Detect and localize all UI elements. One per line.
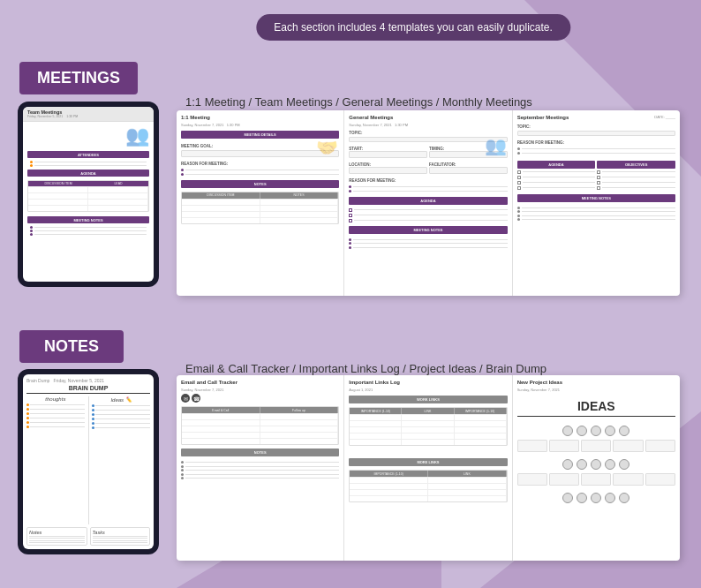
notes-bar: NOTES [181,180,339,188]
phone-icon: ☎ [192,394,200,403]
idea-circle [605,426,615,436]
notes-documents: Email and Call Tracker Sunday, November … [177,375,680,561]
idea-circle [605,493,615,503]
work-links-bar: WORK LINKS [349,396,507,403]
agenda-col-discussion: DISCUSSION ITEM [28,181,88,186]
doc-page-11-meeting: 1:1 Meeting Sunday, November 7, 2021 1:3… [177,110,344,296]
general-meeting-icon: 👥 [485,135,507,156]
ideas-big-title: IDEAS [517,399,675,417]
notes-bottom-title: Notes [29,530,85,535]
idea-circle [591,493,601,503]
doc-page-email-tracker: Email and Call Tracker Sunday, November … [177,375,344,561]
monthly-meeting-notes-bar: MEETING NOTES [517,194,675,202]
brain-sections: thoughts Ideas ✏️ [26,396,150,524]
idea-circle [577,459,587,470]
team-icon: 👥 [125,124,149,147]
general-meeting-notes-bar: MEETING NOTES [349,226,507,234]
info-pill-text: Each section includes 4 templates you ca… [274,21,553,34]
brain-dump-title: BRAIN DUMP [26,385,150,394]
meetings-subtitle: 1:1 Meeting / Team Meetings / General Me… [185,95,532,109]
doc-11-title: 1:1 Meeting [181,115,339,120]
tablet-time: 1:30 PM [66,115,78,118]
general-agenda-bar: AGENDA [349,197,507,205]
doc-links-date: August 1, 2021 [349,388,507,392]
agenda-label: AGENDA [27,170,149,177]
ideas-grid [517,426,675,503]
notes-subtitle: Email & Call Tracker / Important Links L… [185,362,546,375]
doc-page-monthly-meetings: September Meetings DATE: _____ TOPIC: RE… [513,110,680,296]
meetings-documents: 1:1 Meeting Sunday, November 7, 2021 1:3… [177,110,680,296]
idea-circle [619,459,629,470]
brain-col-ideas: Ideas ✏️ [92,396,150,524]
meeting-icon: 🤝 [316,137,338,158]
tablet-meetings-header: Team Meetings Friday, November 5, 2021 1… [23,107,154,122]
doc-general-date: Sunday, November 7, 2021 1:30 PM [349,123,507,127]
tablet-date: Friday, November 5, 2021 [27,115,63,118]
idea-circle [562,459,573,470]
doc-email-title: Email and Call Tracker [181,380,339,385]
doc-page-project-ideas: New Project Ideas Sunday, November 7, 20… [513,375,680,561]
doc-ideas-date: Sunday, November 7, 2021 [517,388,675,392]
tablet-meetings: Team Meetings Friday, November 5, 2021 1… [18,102,159,287]
doc-general-title: General Meetings [349,115,507,120]
thoughts-title: thoughts [26,396,85,402]
attendees-label: ATTENDEES [27,151,149,158]
idea-circle [577,426,587,436]
brain-bottom: Notes Tasks [26,527,150,547]
email-notes-bar: NOTES [181,449,339,456]
agenda-col-lead: LEAD [88,181,148,186]
brain-col-thoughts: thoughts [26,396,85,524]
idea-circle [591,459,601,470]
email-icon: ✉ [181,394,190,403]
tasks-bottom-title: Tasks [93,530,148,535]
doc-email-date: Sunday, November 7, 2021 [181,388,339,392]
idea-circle [619,493,629,503]
attendees-list [27,160,149,168]
idea-circle [562,493,573,503]
agenda-table: DISCUSSION ITEM LEAD [27,180,149,212]
doc-page-links-log: Important Links Log August 1, 2021 WORK … [344,375,512,561]
ideas-title: Ideas ✏️ [92,396,150,403]
meetings-label: MEETINGS [19,62,138,94]
doc-monthly-title: September Meetings [517,115,569,120]
page-container: Each section includes 4 templates you ca… [0,0,701,588]
idea-circle [562,426,573,436]
info-pill: Each section includes 4 templates you ca… [256,14,570,41]
tablet-meetings-screen: Team Meetings Friday, November 5, 2021 1… [23,107,154,282]
tablet-notes-screen: Brain Dump Friday, November 5, 2021 BRAI… [23,374,154,549]
doc-page-general-meetings: General Meetings Sunday, November 7, 202… [344,110,512,296]
meeting-notes-list [27,225,149,237]
meeting-notes-label: MEETING NOTES [27,216,149,223]
notes-label: NOTES [19,330,124,363]
idea-circle [619,426,629,436]
more-links-bar: MORE LINKS [349,458,507,466]
idea-circle [577,493,587,503]
doc-11-date: Sunday, November 7, 2021 1:30 PM [181,123,339,127]
tablet-notes: Brain Dump Friday, November 5, 2021 BRAI… [18,369,159,554]
idea-circle [605,459,615,470]
doc-monthly-date-label: DATE: _____ [654,115,675,119]
idea-circle [591,426,601,436]
tablet-meetings-body: 👥 ATTENDEES AGENDA DISCUSSION ITEM LEAD [23,122,154,282]
brain-dump-header-info: Brain Dump Friday, November 5, 2021 [26,378,150,383]
doc-links-title: Important Links Log [349,380,507,385]
doc-ideas-title: New Project Ideas [517,380,675,385]
